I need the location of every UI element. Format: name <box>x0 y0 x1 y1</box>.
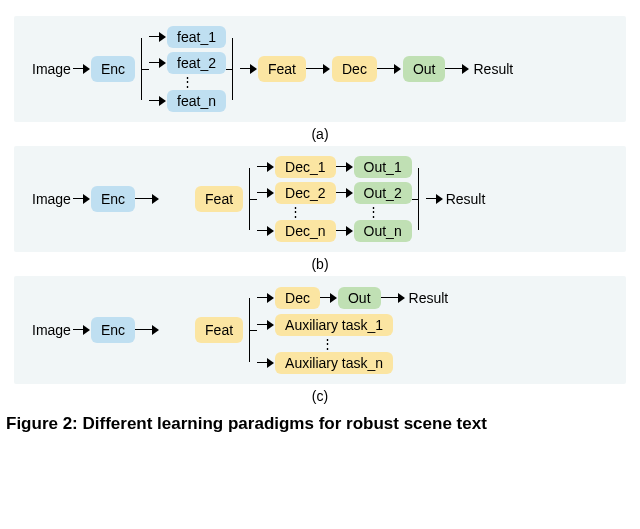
panel-c-label: (c) <box>6 388 634 404</box>
vdots-row: ⋮ <box>257 340 450 348</box>
arrow-icon <box>426 194 444 204</box>
vdots-icon: ⋮ <box>361 208 386 216</box>
node-out-i: Out_n <box>354 220 412 242</box>
node-feat: Feat <box>195 186 243 212</box>
panel-a: Image Enc feat_1 feat_2 ⋮ feat_n Feat <box>14 16 626 122</box>
fan-out-icon <box>135 26 149 112</box>
arrow-icon <box>257 358 275 368</box>
node-dec-i: Dec_2 <box>275 182 335 204</box>
arrow-icon <box>257 226 275 236</box>
arrow-icon <box>149 58 167 68</box>
vdots-icon: ⋮ <box>175 78 200 86</box>
arrow-icon <box>336 226 354 236</box>
label-result: Result <box>444 187 488 211</box>
label-image: Image <box>30 187 73 211</box>
node-dec: Dec <box>275 287 320 309</box>
node-feat-i: feat_n <box>167 90 226 112</box>
panel-b: Image Enc Feat Dec_1 Out_1 Dec_2 Out_2 ⋮… <box>14 146 626 252</box>
node-aux-i: Auxiliary task_1 <box>275 314 393 336</box>
arrow-icon <box>336 162 354 172</box>
figure-caption: Figure 2: Different learning paradigms f… <box>6 414 634 434</box>
node-out: Out <box>338 287 381 309</box>
aux-row: Auxiliary task_1 <box>257 314 450 336</box>
arrow-icon <box>257 162 275 172</box>
feat-row: feat_1 <box>149 26 226 48</box>
arrow-icon <box>445 64 471 74</box>
arrow-icon <box>257 293 275 303</box>
node-aux-i: Auxiliary task_n <box>275 352 393 374</box>
vdots-icon: ⋮ <box>315 340 340 348</box>
panel-a-row: Image Enc feat_1 feat_2 ⋮ feat_n Feat <box>30 26 610 112</box>
label-result: Result <box>407 286 451 310</box>
node-enc: Enc <box>91 317 135 343</box>
panel-a-label: (a) <box>6 126 634 142</box>
fan-in-icon <box>412 156 426 242</box>
dec-out-row: Dec_n Out_n <box>257 220 412 242</box>
arrow-icon <box>240 64 258 74</box>
arrow-icon <box>73 64 91 74</box>
dec-out-row: Dec_2 Out_2 <box>257 182 412 204</box>
node-out-i: Out_1 <box>354 156 412 178</box>
arrow-icon <box>306 64 332 74</box>
arrow-icon <box>135 325 195 335</box>
node-out: Out <box>403 56 446 82</box>
arrow-icon <box>73 194 91 204</box>
panel-c: Image Enc Feat Dec Out Result Auxiliary … <box>14 276 626 384</box>
label-image: Image <box>30 318 73 342</box>
node-dec: Dec <box>332 56 377 82</box>
feat-row: feat_2 <box>149 52 226 74</box>
node-enc: Enc <box>91 186 135 212</box>
fan-in-icon <box>226 26 240 112</box>
node-feat: Feat <box>195 317 243 343</box>
node-feat-i: feat_2 <box>167 52 226 74</box>
aux-row: Auxiliary task_n <box>257 352 450 374</box>
feat-row: feat_n <box>149 90 226 112</box>
panel-b-label: (b) <box>6 256 634 272</box>
fan-out-icon <box>243 286 257 374</box>
node-out-i: Out_2 <box>354 182 412 204</box>
branch-stack: Dec Out Result Auxiliary task_1 ⋮ Auxili… <box>257 286 450 374</box>
arrow-icon <box>135 194 195 204</box>
arrow-icon <box>336 188 354 198</box>
node-enc: Enc <box>91 56 135 82</box>
label-result: Result <box>471 57 515 81</box>
arrow-icon <box>149 96 167 106</box>
arrow-icon <box>381 293 407 303</box>
node-dec-i: Dec_1 <box>275 156 335 178</box>
arrow-icon <box>257 320 275 330</box>
dec-out-stack: Dec_1 Out_1 Dec_2 Out_2 ⋮ ⋮ Dec_n Out_n <box>257 156 412 242</box>
node-feat-i: feat_1 <box>167 26 226 48</box>
node-feat: Feat <box>258 56 306 82</box>
feat-stack: feat_1 feat_2 ⋮ feat_n <box>149 26 226 112</box>
label-image: Image <box>30 57 73 81</box>
fan-out-icon <box>243 156 257 242</box>
arrow-icon <box>73 325 91 335</box>
node-dec-i: Dec_n <box>275 220 335 242</box>
panel-b-row: Image Enc Feat Dec_1 Out_1 Dec_2 Out_2 ⋮… <box>30 156 610 242</box>
vdots-row: ⋮ <box>149 78 226 86</box>
vdots-row: ⋮ ⋮ <box>257 208 412 216</box>
arrow-icon <box>377 64 403 74</box>
dec-out-row: Dec_1 Out_1 <box>257 156 412 178</box>
vdots-icon: ⋮ <box>283 208 308 216</box>
arrow-icon <box>320 293 338 303</box>
arrow-icon <box>257 188 275 198</box>
arrow-icon <box>149 32 167 42</box>
main-branch-row: Dec Out Result <box>257 286 450 310</box>
panel-c-row: Image Enc Feat Dec Out Result Auxiliary … <box>30 286 610 374</box>
